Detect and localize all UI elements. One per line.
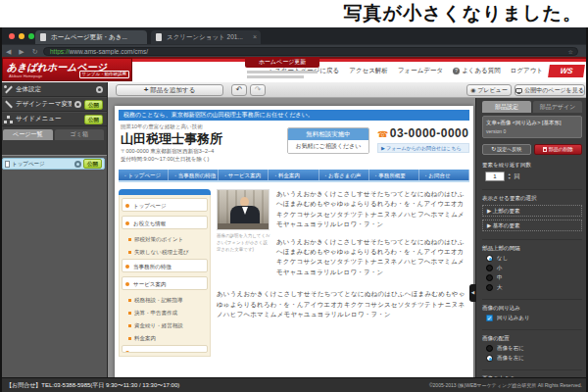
browser-tab-bar: ホームページ更新・あき... スクリーンショット 201... × (0, 27, 588, 44)
spacing-option-medium[interactable]: 中 (482, 274, 582, 281)
apply-settings-button[interactable]: ↻設定へ反映 (482, 144, 531, 155)
repeat-count-input[interactable] (485, 172, 505, 181)
site-tagline: 開業10年の豊富な経験と高い技術 (121, 123, 203, 130)
element-group-basic[interactable]: ▶ 基本の要素 (482, 220, 582, 231)
publish-button[interactable]: 公開 (83, 159, 102, 169)
tab-trash[interactable]: ゴミ箱 (55, 129, 105, 140)
radio-icon[interactable] (486, 265, 493, 271)
tab-part-settings[interactable]: 部品設定 (482, 101, 531, 113)
menu-item[interactable]: トップページ (122, 198, 208, 212)
photo-desk (218, 223, 269, 229)
redo-button[interactable]: ↷ (250, 84, 266, 96)
browser-tab-active[interactable]: ホームページ更新・あき... (35, 30, 147, 44)
tree-icon (4, 116, 13, 123)
radio-icon[interactable] (486, 345, 493, 352)
tab-page-list[interactable]: ページ一覧 (3, 129, 53, 140)
panel-tabs: 部品設定 部品デザイン (482, 98, 582, 113)
eye-icon: ◉ (470, 87, 475, 93)
screen: 写真が小さくなりました。 ホームページ更新・あき... スクリーンショット 20… (0, 0, 588, 392)
spacing-option-large[interactable]: 大 (482, 284, 582, 291)
bookmark-star-icon[interactable]: ☆ (568, 48, 573, 56)
gear-icon[interactable] (74, 101, 81, 108)
staff-photo[interactable] (217, 189, 270, 230)
page-icon (40, 33, 46, 41)
align-option-left[interactable]: 画像を左に (482, 355, 582, 362)
maximize-window-button[interactable] (28, 33, 34, 39)
radio-selected-icon[interactable] (486, 255, 493, 262)
radio-icon[interactable] (486, 274, 493, 281)
publish-button[interactable]: 公開 (84, 100, 103, 110)
akibare-logo[interactable]: あきばれホームページ Akibare Homepage サンプル・動作確認用 (2, 58, 132, 81)
repeat-unit: 回 (514, 172, 519, 181)
nav-item-voices[interactable]: お客さまの声 (319, 170, 369, 180)
page-list-item-selected[interactable]: トップページ 公開 (2, 158, 105, 170)
menu-subitem[interactable]: 資金繰り・経営相談 (122, 319, 208, 332)
spacing-option-none[interactable]: なし (482, 255, 582, 262)
menu-subitem[interactable]: 節税対策のポイント (122, 233, 208, 246)
close-window-button[interactable] (9, 33, 15, 39)
design-theme-row[interactable]: デザインテーマ変更 公開 (0, 97, 107, 112)
menu-subitem[interactable]: 決算・申告書作成 (122, 307, 208, 319)
gear-icon[interactable] (74, 161, 81, 168)
menu-access-analytics[interactable]: アクセス解析 (349, 67, 388, 75)
add-part-button[interactable]: +部品を追加する (116, 84, 223, 96)
spacing-option-small[interactable]: 小 (482, 265, 582, 271)
wrap-option[interactable]: ✓回り込みあり (482, 315, 582, 321)
radio-icon[interactable] (486, 284, 493, 291)
page-icon (156, 33, 162, 41)
editor-toolbar: +部品を追加する ↶ ↷ ◉ プレビュー 公開中のページを見る (108, 82, 588, 98)
menu-subitem[interactable]: 税務相談・記帳指導 (122, 294, 208, 307)
menu-item[interactable]: サービス案内 (122, 276, 208, 290)
radio-selected-icon[interactable] (486, 355, 493, 362)
preview-button[interactable]: ◉ プレビュー (466, 84, 512, 96)
trash-icon (543, 147, 547, 152)
contact-form-link[interactable]: ▶ フォームからのお問合せはこちら (377, 143, 469, 153)
browser-tab-label: ホームページ更新・あき... (51, 33, 127, 40)
menu-item-clipped[interactable] (122, 345, 208, 353)
menu-subitem[interactable]: 料金案内 (122, 332, 208, 345)
menu-faq[interactable]: ?よくある質問 (453, 67, 501, 75)
panel-collapse-handle[interactable]: ◀ (469, 284, 476, 302)
nav-item-services[interactable]: サービス案内 (219, 170, 269, 180)
align-option-right[interactable]: 画像を右に (482, 345, 582, 352)
footer-copyright: ©2005-2013 (株)WEBマーケティング総合研究所 All Rights… (429, 382, 582, 388)
page-preview-area: 税務のことなら、東京都新宿区の山田税理士事務所にお任せください。 開業10年の豊… (108, 98, 475, 377)
nav-item-pricing[interactable]: 料金案内 (269, 170, 318, 180)
checkbox-checked-icon[interactable]: ✓ (486, 315, 493, 321)
browser-nav-icons[interactable]: ◀ ▶ ↻ (6, 48, 41, 56)
tab-part-design[interactable]: 部品デザイン (533, 101, 582, 113)
side-menu-row[interactable]: サイドメニュー 公開 (0, 112, 107, 126)
view-published-button[interactable]: 公開中のページを見る (514, 84, 585, 96)
browser-url-bar: ◀ ▶ ↻ https://www.ams-sample.com/cms/ ☆ (0, 44, 588, 57)
minimize-window-button[interactable] (19, 33, 24, 39)
sidebar-tabs: ページ一覧 ゴミ箱 (0, 126, 107, 140)
menu-item[interactable]: 当事務所の特徴 (122, 259, 208, 272)
element-group-top[interactable]: ▶ 上部の要素 (482, 205, 582, 217)
stepper-arrows[interactable]: ▲▼ (508, 172, 511, 180)
menu-subitem[interactable]: 失敗しない税理士選び (122, 246, 208, 259)
gear-icon[interactable] (96, 86, 103, 93)
body-paragraph-3: あいうえおかきくけこさしすせそたちつてとなにぬねのはひふへほまみむめもやゃゆゅよ… (217, 289, 469, 319)
menu-form-data[interactable]: フォームデータ (398, 67, 443, 75)
publish-button[interactable]: 公開 (84, 115, 103, 124)
sample-badge: サンプル・動作確認用 (79, 71, 129, 78)
delete-part-button[interactable]: 部品の削除 (534, 144, 583, 155)
homepage-update-tab[interactable]: ホームページ更新 (245, 57, 319, 68)
address-bar[interactable]: https://www.ams-sample.com/cms/ ☆ (43, 47, 578, 56)
nav-item-top[interactable]: トップページ (119, 170, 169, 180)
browser-tab-label: スクリーンショット 201... (167, 33, 243, 40)
url-scheme: https:// (50, 48, 70, 55)
nav-item-features[interactable]: 当事務所の特徴 (169, 170, 219, 180)
app-footer: 【お問合せ】TEL:03-5388-5985(平日 9:30〜11:30 / 1… (0, 377, 588, 392)
undo-button[interactable]: ↶ (231, 84, 247, 96)
service-header: あきばれホームページ Akibare Homepage サンプル・動作確認用 ホ… (0, 57, 588, 82)
nav-item-contact[interactable]: お問合せ (419, 170, 469, 180)
menu-logout[interactable]: ログアウト (511, 67, 543, 75)
nav-item-overview[interactable]: 事務所概要 (369, 170, 419, 180)
site-catchphrase-bar[interactable]: 税務のことなら、東京都新宿区の山田税理士事務所にお任せください。 (119, 110, 469, 121)
menu-item[interactable]: お役立ち情報 (122, 216, 208, 229)
global-settings-row[interactable]: 全体設定 (0, 82, 107, 97)
site-side-menu: トップページ お役立ち情報 節税対策のポイント 失敗しない税理士選び 当事務所の… (119, 189, 211, 357)
browser-tab-inactive[interactable]: スクリーンショット 201... × (151, 30, 261, 44)
tab-close-icon[interactable]: × (253, 30, 257, 44)
